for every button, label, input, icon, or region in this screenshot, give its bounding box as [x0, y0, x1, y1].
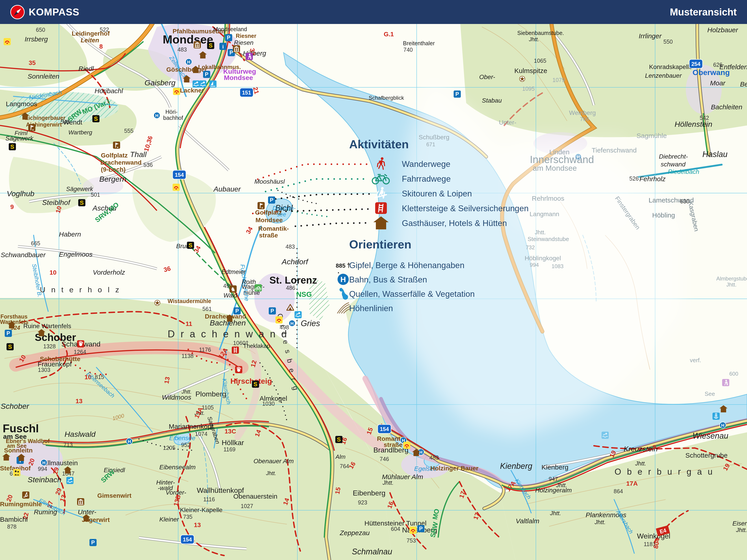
map-label: Jhtt.	[266, 471, 276, 476]
map-label: Golfplatz	[101, 152, 128, 159]
map-label: Eisenau	[732, 521, 747, 527]
legend-item: Gasthäuser, Hotels & Hütten	[332, 216, 534, 231]
hostel-icon	[173, 87, 180, 95]
map-label: 713	[63, 442, 73, 448]
map-label: Weinberg	[569, 110, 596, 116]
map-label: G.1	[384, 31, 394, 37]
map-label: Eibenseealm	[159, 464, 196, 471]
house-icon	[719, 405, 727, 412]
sbox-icon: S	[6, 343, 14, 351]
page-title: Musteransicht	[670, 6, 737, 18]
leg-drop-icon	[338, 287, 348, 301]
hstop-icon: H	[126, 438, 133, 445]
road-shield-151: 151	[239, 88, 254, 97]
map-label: Jhtt.	[550, 510, 561, 516]
map-label: Langmoos	[6, 101, 37, 107]
map-label: Aubauer	[213, 185, 241, 193]
anchor-icon	[712, 412, 720, 420]
legend-orientation-rows: 885.† Gipfel, Berge & Höhenangaben H Bah…	[332, 258, 534, 316]
map-label: Theklakap.	[243, 343, 272, 349]
museum-icon	[233, 45, 240, 53]
hostel-icon	[172, 183, 180, 191]
map-label: Schußberg	[419, 134, 449, 140]
leg-contour-icon	[336, 302, 350, 315]
map-label: Mariannenkopf	[169, 423, 213, 430]
map-label: Sägewerk	[5, 135, 33, 141]
leg-bike-icon	[371, 172, 391, 186]
road-shield-254: 254	[689, 59, 703, 69]
map-label: Ober-	[479, 74, 495, 80]
svg-text:151: 151	[242, 89, 251, 96]
svg-text:S: S	[188, 242, 192, 249]
parking-icon: P	[203, 71, 210, 78]
legend-item-label: Quellen, Wasserfälle & Vegetation	[349, 289, 475, 299]
map-label: Kienberg	[541, 464, 568, 471]
svg-text:S: S	[337, 436, 341, 443]
map-label: 1169	[224, 447, 236, 452]
sbox-icon: S	[207, 42, 214, 49]
map-label: Steiblhof	[42, 199, 70, 206]
map-label: Tiefenschwand	[592, 147, 637, 154]
map-label: Moar	[710, 80, 725, 86]
info-icon: i	[219, 43, 227, 50]
map-label: 1030	[262, 401, 275, 406]
map-label: 11	[186, 321, 192, 327]
house-icon	[191, 66, 200, 73]
header-bar: KOMPASS Musteransicht	[0, 0, 747, 24]
brand: KOMPASS	[10, 5, 79, 19]
screenshot-root: 650522IrrsbergLeidingerhofLeitenPfahlbau…	[0, 0, 747, 560]
map-label: Siebenbaumstube.	[517, 30, 564, 36]
map-label: Engelmoos	[59, 251, 93, 258]
leg-hcirc-icon: H	[337, 273, 349, 286]
skibox-icon	[22, 491, 30, 499]
legend-item: 885.† Gipfel, Berge & Höhenangaben	[332, 258, 534, 273]
map-label: Schafbergblick	[369, 95, 404, 101]
map-label: Lenzenbauer	[645, 73, 681, 79]
map-label: Kleiner-Kapelle	[180, 507, 223, 513]
map-label: Oberburgau	[615, 468, 718, 476]
map-label: Hirschsteig	[230, 377, 272, 385]
map-label: verf.	[690, 357, 701, 363]
bikesq-icon	[254, 284, 262, 292]
svg-text:P: P	[91, 539, 95, 545]
map-label: Schwandbauer	[1, 251, 46, 258]
legend-item: Wanderwege	[332, 157, 534, 171]
house-icon	[8, 321, 16, 328]
map-canvas: 650522IrrsbergLeidingerhofLeitenPfahlbau…	[0, 0, 747, 560]
map-label: 604	[391, 526, 400, 532]
parking-icon: P	[233, 307, 241, 315]
map-label: Haslwald	[65, 430, 96, 438]
map-label: Kulmspitze	[514, 68, 547, 74]
swim-icon	[199, 80, 207, 88]
map-label: Eibensee	[169, 435, 196, 441]
map-label: Stabau	[482, 98, 502, 104]
map-label: 746	[380, 456, 389, 462]
map-label: Eibenberg	[353, 489, 386, 497]
family-icon	[13, 469, 21, 476]
map-label: Sägewerk	[66, 186, 93, 192]
map-label: Mondsee	[224, 74, 253, 81]
map-label: Edtmeier	[222, 269, 246, 275]
map-label: Holzbauer	[707, 27, 738, 33]
legend-item: Skitouren & Loipen	[332, 186, 534, 201]
map-label: Valtlalm	[516, 518, 539, 524]
map-label: Habern	[59, 231, 81, 238]
map-label: Steinwandstube	[527, 236, 569, 242]
map-label: Rumingmühle	[0, 501, 42, 507]
svg-text:S: S	[209, 42, 212, 49]
map-label: Obenauer Alm	[254, 458, 294, 464]
svg-text:S: S	[10, 143, 14, 150]
map-label: 864	[614, 488, 623, 494]
map-label: 483	[430, 455, 439, 460]
map-label: Jhtt.	[635, 460, 646, 466]
svg-text:♞: ♞	[230, 286, 236, 293]
parking-icon: P	[268, 307, 276, 315]
map-label: Drachenwand	[168, 329, 293, 339]
map-label: Unterholz	[40, 286, 125, 293]
map-label: Mondseeland	[213, 26, 247, 32]
svg-text:P: P	[235, 308, 239, 314]
hand-icon	[77, 340, 84, 348]
map-label: Gimsenwirt	[97, 492, 131, 499]
map-label: Entfelden	[719, 63, 747, 70]
legend-item: H Bahn, Bus & Straßen	[332, 273, 534, 287]
